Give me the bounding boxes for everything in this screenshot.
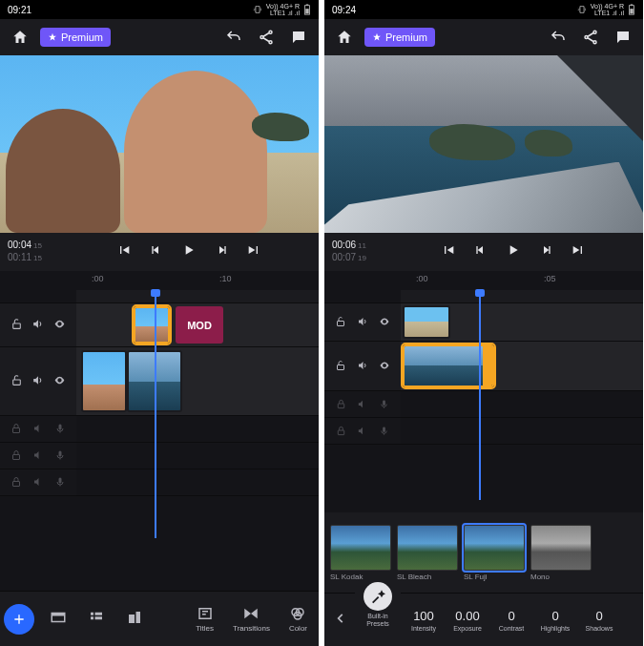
- preset-item[interactable]: SL Bleach: [397, 525, 458, 581]
- video-clip[interactable]: [81, 350, 127, 412]
- preset-item[interactable]: SL Kodak: [330, 525, 391, 581]
- premium-badge[interactable]: Premium: [364, 28, 435, 47]
- step-back-button[interactable]: [149, 242, 164, 261]
- lock-toggle[interactable]: [10, 317, 23, 334]
- visibility-toggle[interactable]: [53, 373, 66, 390]
- premium-badge[interactable]: Premium: [40, 28, 111, 47]
- transitions-icon: [242, 605, 260, 622]
- lock-toggle[interactable]: [10, 448, 22, 465]
- transport-bar: 00:0611 00:0719: [324, 233, 643, 271]
- exposure-slider[interactable]: 0.00 Exposure: [447, 607, 488, 634]
- mic-toggle[interactable]: [54, 421, 66, 438]
- track-lane[interactable]: [76, 416, 319, 442]
- timeline-ruler[interactable]: :00 :10: [0, 271, 319, 290]
- mic-toggle[interactable]: [379, 423, 389, 440]
- svg-rect-21: [136, 612, 141, 623]
- mute-toggle[interactable]: [31, 373, 44, 390]
- mic-toggle[interactable]: [54, 448, 66, 465]
- visibility-toggle[interactable]: [53, 317, 66, 334]
- highlights-slider[interactable]: 0 Highlights: [534, 607, 576, 634]
- share-button[interactable]: [578, 25, 603, 50]
- mute-toggle[interactable]: [32, 421, 44, 438]
- tab-color[interactable]: Color: [281, 601, 315, 636]
- share-button[interactable]: [254, 25, 279, 50]
- back-button[interactable]: [328, 606, 353, 635]
- playhead[interactable]: [479, 290, 481, 500]
- undo-button[interactable]: [546, 25, 571, 50]
- bottom-toolbar: Titles Transitions Color: [0, 591, 319, 646]
- mute-toggle[interactable]: [357, 314, 368, 331]
- mic-toggle[interactable]: [379, 396, 389, 413]
- goto-end-button[interactable]: [571, 242, 586, 261]
- intensity-slider[interactable]: 100 Intensity: [403, 607, 445, 634]
- volume-icon: [357, 360, 368, 371]
- track-lane[interactable]: [76, 443, 319, 469]
- home-button[interactable]: [332, 25, 357, 50]
- timeline-button[interactable]: [82, 603, 111, 636]
- lock-toggle[interactable]: [335, 358, 346, 375]
- shadows-slider[interactable]: 0 Shadows: [578, 607, 620, 634]
- playhead[interactable]: [155, 290, 156, 538]
- play-button[interactable]: [506, 242, 521, 261]
- volume-icon: [31, 374, 44, 386]
- preset-thumb: [530, 525, 592, 571]
- play-button[interactable]: [181, 242, 197, 261]
- project-button[interactable]: [44, 603, 73, 636]
- lock-toggle[interactable]: [10, 421, 22, 438]
- track-lane[interactable]: [76, 469, 319, 495]
- track-lane[interactable]: [401, 418, 643, 444]
- lock-toggle[interactable]: [336, 423, 346, 440]
- video-preview[interactable]: [324, 55, 643, 233]
- visibility-toggle[interactable]: [379, 314, 390, 331]
- lock-toggle[interactable]: [10, 373, 23, 390]
- tab-titles[interactable]: Titles: [188, 601, 221, 636]
- goto-start-button[interactable]: [441, 242, 456, 261]
- lock-icon: [10, 476, 22, 488]
- video-clip[interactable]: [134, 306, 170, 344]
- feedback-button[interactable]: [286, 25, 311, 50]
- track-lane[interactable]: [401, 342, 643, 390]
- svg-rect-13: [58, 477, 61, 483]
- track-controls: [0, 416, 76, 442]
- lock-toggle[interactable]: [336, 396, 346, 413]
- preset-item[interactable]: SL Fuji: [464, 525, 525, 581]
- tab-transitions[interactable]: Transitions: [225, 601, 278, 636]
- lock-toggle[interactable]: [10, 474, 22, 491]
- step-back-button[interactable]: [473, 242, 488, 261]
- svg-rect-15: [52, 613, 65, 615]
- svg-rect-19: [95, 616, 103, 619]
- preset-item[interactable]: Mono: [530, 525, 592, 581]
- video-clip[interactable]: [403, 305, 450, 339]
- goto-end-button[interactable]: [246, 242, 261, 261]
- feedback-button[interactable]: [611, 25, 635, 50]
- mute-toggle[interactable]: [357, 423, 367, 440]
- goto-start-button[interactable]: [116, 242, 132, 261]
- lock-toggle[interactable]: [335, 314, 346, 331]
- mic-toggle[interactable]: [54, 474, 66, 491]
- video-preview[interactable]: [0, 55, 319, 233]
- visibility-toggle[interactable]: [379, 358, 390, 375]
- contrast-slider[interactable]: 0 Contrast: [490, 607, 532, 634]
- layout-button[interactable]: [120, 603, 149, 636]
- panel-icon: [50, 609, 67, 626]
- builtin-presets-button[interactable]: Built-in Presets: [355, 580, 401, 647]
- mute-toggle[interactable]: [357, 358, 368, 375]
- home-button[interactable]: [8, 25, 32, 50]
- track-lane[interactable]: MOD: [76, 303, 319, 346]
- volume-icon: [32, 449, 44, 461]
- step-forward-button[interactable]: [538, 242, 553, 261]
- mute-toggle[interactable]: [32, 474, 44, 491]
- track-lane[interactable]: [76, 347, 319, 415]
- mute-toggle[interactable]: [31, 317, 44, 334]
- title-clip[interactable]: MOD: [176, 306, 223, 344]
- timeline-ruler[interactable]: :00 :05: [324, 271, 643, 290]
- chat-icon: [290, 29, 307, 46]
- track-lane[interactable]: [401, 303, 643, 341]
- home-icon: [336, 29, 353, 46]
- track-lane[interactable]: [401, 391, 643, 417]
- mute-toggle[interactable]: [357, 396, 367, 413]
- mute-toggle[interactable]: [32, 448, 44, 465]
- add-media-button[interactable]: [4, 604, 34, 635]
- undo-button[interactable]: [221, 25, 246, 50]
- step-forward-button[interactable]: [214, 242, 229, 261]
